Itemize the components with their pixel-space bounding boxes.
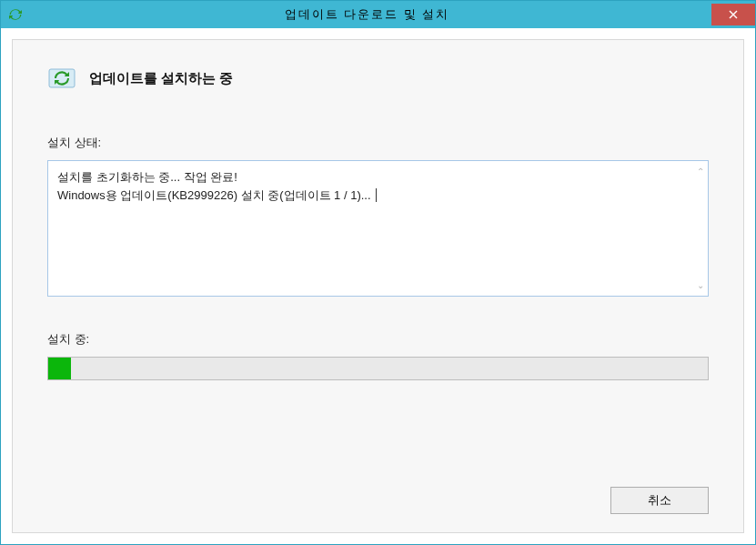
titlebar: 업데이트 다운로드 및 설치 xyxy=(1,1,755,28)
scroll-down-icon: ⌄ xyxy=(697,278,704,292)
page-title: 업데이트를 설치하는 중 xyxy=(89,70,233,87)
window-title: 업데이트 다운로드 및 설치 xyxy=(23,6,711,23)
content-area: 업데이트를 설치하는 중 설치 상태: 설치를 초기화하는 중... 작업 완료… xyxy=(1,28,755,544)
progress-label: 설치 중: xyxy=(47,331,709,348)
status-textbox[interactable]: 설치를 초기화하는 중... 작업 완료! Windows용 업데이트(KB29… xyxy=(47,160,709,297)
inner-panel: 업데이트를 설치하는 중 설치 상태: 설치를 초기화하는 중... 작업 완료… xyxy=(12,39,744,533)
progress-bar xyxy=(47,357,709,380)
install-icon xyxy=(47,67,76,89)
update-icon xyxy=(8,7,23,22)
progress-fill xyxy=(48,358,71,379)
cancel-button[interactable]: 취소 xyxy=(610,487,709,514)
button-row: 취소 xyxy=(610,487,709,514)
status-line: Windows용 업데이트(KB2999226) 설치 중(업데이트 1 / 1… xyxy=(57,187,699,205)
status-label: 설치 상태: xyxy=(47,135,709,151)
close-button[interactable] xyxy=(711,4,755,25)
header-row: 업데이트를 설치하는 중 xyxy=(47,67,709,89)
progress-section: 설치 중: xyxy=(47,331,709,380)
status-line: 설치를 초기화하는 중... 작업 완료! xyxy=(57,168,699,187)
update-installer-window: 업데이트 다운로드 및 설치 업데이트를 설치하는 중 설치 상태: xyxy=(0,0,756,545)
